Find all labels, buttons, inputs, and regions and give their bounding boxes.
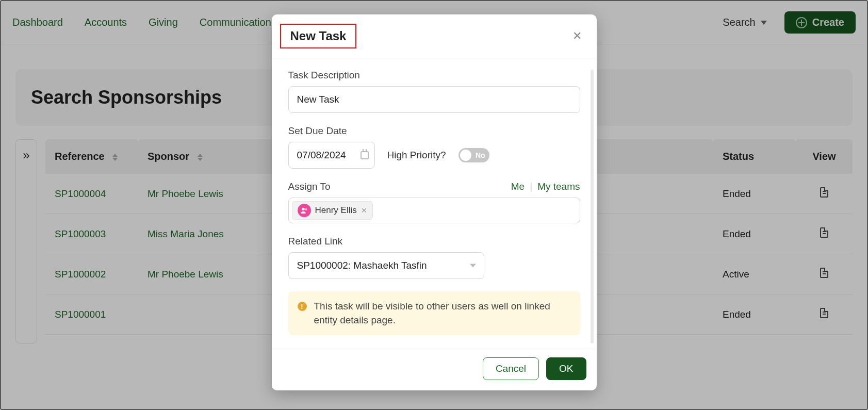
assign-me-link[interactable]: Me xyxy=(511,181,525,192)
priority-toggle-text: No xyxy=(476,151,485,159)
assignee-name: Henry Ellis xyxy=(315,205,357,216)
modal-title: New Task xyxy=(290,29,347,43)
cancel-button[interactable]: Cancel xyxy=(483,357,539,380)
calendar-icon[interactable] xyxy=(361,151,369,159)
warning-icon: ! xyxy=(298,302,307,311)
modal-scrollbar[interactable] xyxy=(591,70,594,343)
svg-point-1 xyxy=(305,208,307,210)
assignee-chip: Henry Ellis✕ xyxy=(292,201,373,220)
modal-overlay: New Task ✕ Task Description Set Due Date xyxy=(1,1,867,409)
modal-title-highlight: New Task xyxy=(280,24,357,48)
priority-toggle[interactable]: No xyxy=(458,148,489,162)
label-priority: High Priority? xyxy=(387,150,446,161)
remove-assignee-icon[interactable]: ✕ xyxy=(361,206,367,215)
label-due-date: Set Due Date xyxy=(288,125,580,137)
label-related-link: Related Link xyxy=(288,236,580,247)
svg-point-0 xyxy=(302,208,304,210)
assign-my-teams-link[interactable]: My teams xyxy=(537,181,580,192)
visibility-notice: ! This task will be visible to other use… xyxy=(288,291,580,335)
close-icon[interactable]: ✕ xyxy=(570,29,584,43)
ok-button[interactable]: OK xyxy=(546,357,586,380)
task-description-input[interactable] xyxy=(288,86,580,113)
assign-to-input[interactable]: Henry Ellis✕ xyxy=(288,198,580,223)
new-task-modal: New Task ✕ Task Description Set Due Date xyxy=(272,14,597,390)
label-task-description: Task Description xyxy=(288,70,580,81)
notice-text: This task will be visible to other users… xyxy=(314,300,571,327)
label-assign-to: Assign To xyxy=(288,181,331,192)
related-link-select[interactable] xyxy=(288,252,484,279)
avatar-icon xyxy=(298,204,311,217)
chevron-down-icon xyxy=(470,264,476,268)
